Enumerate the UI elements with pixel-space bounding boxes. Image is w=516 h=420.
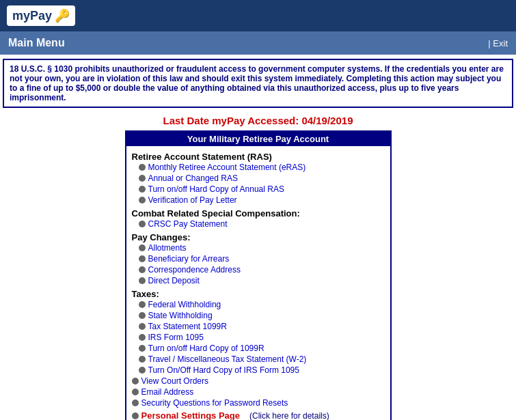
account-box: Your Military Retiree Pay Account Retire… bbox=[125, 130, 392, 420]
link-annual-ras[interactable]: Annual or Changed RAS bbox=[148, 173, 238, 183]
list-item[interactable]: Direct Deposit bbox=[132, 275, 385, 286]
bullet-icon bbox=[132, 378, 139, 384]
link-verification[interactable]: Verification of Pay Letter bbox=[148, 195, 237, 205]
section-taxes-label: Taxes: bbox=[132, 289, 385, 299]
link-court-orders[interactable]: View Court Orders bbox=[141, 376, 208, 386]
list-item[interactable]: Allotments bbox=[132, 242, 385, 253]
last-accessed-label: Last Date myPay Accessed: 04/19/2019 bbox=[5, 115, 511, 126]
link-allotments[interactable]: Allotments bbox=[148, 243, 187, 253]
link-w2[interactable]: Travel / Miscellaneous Tax Statement (W-… bbox=[148, 354, 307, 364]
bullet-icon bbox=[132, 400, 139, 406]
personal-settings-link[interactable]: Personal Settings Page bbox=[141, 410, 241, 420]
list-item[interactable]: Beneficiary for Arrears bbox=[132, 253, 385, 264]
bullet-icon bbox=[139, 312, 146, 319]
list-item[interactable]: Federal Withholding bbox=[132, 299, 385, 310]
link-correspondence[interactable]: Correspondence Address bbox=[148, 265, 241, 275]
link-mras[interactable]: Monthly Retiree Account Statement (eRAS) bbox=[148, 163, 306, 172]
section-pay-label: Pay Changes: bbox=[132, 232, 385, 242]
list-item[interactable]: Correspondence Address bbox=[132, 264, 385, 275]
list-item[interactable]: IRS Form 1095 bbox=[132, 332, 385, 343]
nav-bar: Main Menu | Exit bbox=[0, 31, 516, 55]
nav-title: Main Menu bbox=[8, 37, 65, 49]
warning-banner: 18 U.S.C. § 1030 prohibits unauthorized … bbox=[3, 59, 513, 108]
link-federal-withholding[interactable]: Federal Withholding bbox=[148, 300, 221, 309]
link-1095[interactable]: IRS Form 1095 bbox=[148, 333, 204, 342]
link-hardcopy-1095[interactable]: Turn On/Off Hard Copy of IRS Form 1095 bbox=[148, 365, 299, 375]
bullet-icon bbox=[139, 175, 146, 182]
link-beneficiary[interactable]: Beneficiary for Arrears bbox=[148, 254, 230, 264]
list-item[interactable]: Verification of Pay Letter bbox=[132, 195, 385, 206]
link-hardcopy-ras[interactable]: Turn on/off Hard Copy of Annual RAS bbox=[148, 184, 284, 194]
list-item[interactable]: Turn on/off Hard Copy of 1099R bbox=[132, 343, 385, 354]
bullet-icon bbox=[139, 255, 146, 262]
bullet-icon bbox=[139, 244, 146, 251]
main-content: Last Date myPay Accessed: 04/19/2019 You… bbox=[0, 112, 516, 420]
warning-text: 18 U.S.C. § 1030 prohibits unauthorized … bbox=[10, 64, 504, 102]
list-item[interactable]: Monthly Retiree Account Statement (eRAS) bbox=[132, 162, 385, 173]
section-crsc-label: Combat Related Special Compensation: bbox=[132, 208, 385, 219]
bullet-icon bbox=[139, 221, 146, 227]
personal-settings-row[interactable]: Personal Settings Page (Click here for d… bbox=[132, 410, 385, 420]
list-item[interactable]: Annual or Changed RAS bbox=[132, 173, 385, 184]
link-crsc[interactable]: CRSC Pay Statement bbox=[148, 219, 228, 229]
bullet-icon bbox=[139, 266, 146, 273]
logo: myPay 🔑 bbox=[7, 5, 75, 26]
bullet-icon bbox=[139, 301, 146, 308]
account-body: Retiree Account Statement (RAS) Monthly … bbox=[126, 146, 390, 420]
header: myPay 🔑 bbox=[0, 0, 516, 31]
list-item[interactable]: Turn on/off Hard Copy of Annual RAS bbox=[132, 184, 385, 195]
account-header: Your Military Retiree Pay Account bbox=[126, 132, 390, 146]
bullet-icon bbox=[139, 164, 146, 171]
link-hardcopy-1099r[interactable]: Turn on/off Hard Copy of 1099R bbox=[148, 344, 264, 353]
key-icon: 🔑 bbox=[55, 8, 70, 23]
list-item[interactable]: Security Questions for Password Resets bbox=[132, 397, 385, 408]
list-item[interactable]: View Court Orders bbox=[132, 376, 385, 387]
link-email-address[interactable]: Email Address bbox=[141, 387, 194, 397]
link-1099r[interactable]: Tax Statement 1099R bbox=[148, 322, 227, 331]
bullet-icon bbox=[139, 197, 146, 204]
bullet-icon bbox=[139, 367, 146, 374]
list-item[interactable]: CRSC Pay Statement bbox=[132, 219, 385, 229]
list-item[interactable]: Travel / Miscellaneous Tax Statement (W-… bbox=[132, 354, 385, 365]
exit-button[interactable]: | Exit bbox=[488, 38, 508, 48]
link-security-questions[interactable]: Security Questions for Password Resets bbox=[141, 398, 288, 408]
personal-settings-sub: (Click here for details) bbox=[243, 411, 329, 421]
bullet-icon bbox=[139, 277, 146, 284]
logo-text: myPay bbox=[12, 9, 52, 23]
bullet-icon bbox=[139, 186, 146, 193]
bullet-icon bbox=[139, 356, 146, 363]
bullet-icon bbox=[132, 412, 139, 419]
bullet-icon bbox=[139, 334, 146, 341]
list-item[interactable]: State Withholding bbox=[132, 310, 385, 321]
list-item[interactable]: Tax Statement 1099R bbox=[132, 321, 385, 332]
bullet-icon bbox=[139, 345, 146, 352]
bullet-icon bbox=[132, 389, 139, 395]
section-ras-label: Retiree Account Statement (RAS) bbox=[132, 152, 385, 162]
link-direct-deposit[interactable]: Direct Deposit bbox=[148, 276, 200, 285]
list-item[interactable]: Email Address bbox=[132, 387, 385, 397]
bullet-icon bbox=[139, 323, 146, 330]
link-state-withholding[interactable]: State Withholding bbox=[148, 311, 213, 320]
list-item[interactable]: Turn On/Off Hard Copy of IRS Form 1095 bbox=[132, 365, 385, 376]
